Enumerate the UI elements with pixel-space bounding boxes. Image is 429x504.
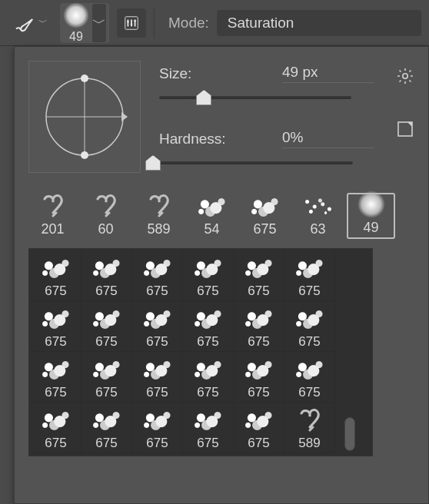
brush-label: 675 xyxy=(248,436,269,451)
brush-preview-icon xyxy=(241,254,278,282)
brush-tool-button[interactable]: ﹀ xyxy=(8,8,52,38)
svg-point-8 xyxy=(81,151,88,159)
brush-preset[interactable]: 675 xyxy=(234,403,284,453)
brush-preset[interactable]: 675 xyxy=(81,301,132,352)
brush-preview-icon xyxy=(38,406,75,434)
brush-preset[interactable]: 675 xyxy=(284,250,335,301)
hardness-slider[interactable] xyxy=(145,154,353,171)
brush-preset[interactable]: 675 xyxy=(81,352,132,403)
brush-preset[interactable]: 589 xyxy=(284,403,335,453)
svg-point-1 xyxy=(127,20,129,22)
brush-preview-icon xyxy=(38,254,75,282)
blend-mode-value: Saturation xyxy=(228,15,294,31)
brush-preset[interactable]: 675 xyxy=(234,352,284,403)
brush-preset[interactable]: 675 xyxy=(132,301,183,352)
brush-preview-icon xyxy=(88,356,125,383)
brush-preview-icon xyxy=(291,254,328,282)
brush-preset[interactable]: 675 xyxy=(132,352,183,403)
brush-preview-icon xyxy=(241,406,278,434)
brush-preset[interactable]: 675 xyxy=(31,250,81,301)
brush-preview-icon xyxy=(291,406,328,434)
scroll-thumb[interactable] xyxy=(344,417,355,451)
brush-preset[interactable]: 201 xyxy=(28,193,77,239)
slider-thumb[interactable] xyxy=(145,155,161,171)
brush-preset[interactable]: 675 xyxy=(234,250,284,301)
gear-icon[interactable] xyxy=(396,67,414,89)
brush-preset[interactable]: 54 xyxy=(188,193,236,239)
brush-preset[interactable]: 589 xyxy=(135,193,183,239)
size-value[interactable]: 49 px xyxy=(282,64,374,83)
brush-preset[interactable]: 675 xyxy=(31,301,81,352)
brush-label: 675 xyxy=(197,284,218,299)
brush-label: 675 xyxy=(45,436,66,451)
brush-preview-icon xyxy=(141,192,178,220)
brush-preview-icon xyxy=(139,406,176,434)
svg-point-10 xyxy=(403,74,407,78)
brush-preset[interactable]: 675 xyxy=(183,403,234,453)
brush-preset-dropdown[interactable]: 49 ﹀ xyxy=(60,3,109,43)
brush-label: 675 xyxy=(298,385,320,400)
new-preset-icon[interactable] xyxy=(396,120,414,142)
brush-preset[interactable]: 63 xyxy=(294,193,342,239)
brush-label: 589 xyxy=(147,221,170,237)
size-slider[interactable] xyxy=(159,89,351,106)
brush-label: 675 xyxy=(146,334,168,350)
brush-preset[interactable]: 675 xyxy=(234,301,284,352)
blend-mode-dropdown[interactable]: Saturation xyxy=(217,10,421,36)
brush-preset[interactable]: 675 xyxy=(284,352,335,403)
brush-label: 675 xyxy=(298,334,320,350)
brush-label: 675 xyxy=(95,334,117,350)
mode-label: Mode: xyxy=(168,15,209,32)
brush-preset[interactable]: 675 xyxy=(132,403,183,453)
brush-preset-panel: Size: 49 px Hardness: 0% xyxy=(14,46,429,504)
brush-preset[interactable]: 675 xyxy=(284,301,335,352)
size-control: Size: 49 px xyxy=(159,64,377,106)
brush-label: 675 xyxy=(45,385,66,400)
brush-preset[interactable]: 60 xyxy=(81,193,130,239)
hardness-value[interactable]: 0% xyxy=(282,129,374,148)
brush-preview-icon xyxy=(139,356,176,383)
brush-preset[interactable]: 675 xyxy=(81,250,132,301)
brush-size-display: 49 xyxy=(69,30,83,44)
brush-preview-icon xyxy=(88,305,125,333)
brush-label: 60 xyxy=(98,221,113,237)
brush-preview-icon xyxy=(88,254,125,282)
separator xyxy=(154,8,155,38)
brush-label: 675 xyxy=(45,284,66,299)
brush-label: 675 xyxy=(248,334,269,350)
brush-label: 49 xyxy=(363,220,378,236)
brush-preview-icon xyxy=(190,356,227,383)
brush-preset[interactable]: 675 xyxy=(183,352,234,403)
svg-point-3 xyxy=(134,19,136,22)
brush-label: 54 xyxy=(204,221,219,237)
brush-label: 675 xyxy=(95,284,117,299)
size-label: Size: xyxy=(159,65,236,82)
brush-label: 675 xyxy=(95,385,117,400)
brush-preset[interactable]: 675 xyxy=(241,193,289,239)
brush-label: 675 xyxy=(197,334,218,350)
chevron-down-icon[interactable]: ﹀ xyxy=(92,4,106,42)
brush-preset[interactable]: 675 xyxy=(183,301,234,352)
slider-thumb[interactable] xyxy=(196,90,211,105)
brush-preset[interactable]: 49 xyxy=(347,193,395,239)
svg-point-7 xyxy=(81,75,88,82)
brush-preset[interactable]: 675 xyxy=(183,250,234,301)
brush-preview-icon xyxy=(38,356,75,383)
brush-label: 675 xyxy=(146,385,168,400)
scrollbar[interactable] xyxy=(335,250,364,454)
brush-preview-icon xyxy=(300,193,337,220)
svg-marker-9 xyxy=(121,112,128,121)
brush-label: 675 xyxy=(45,334,66,350)
brush-preset[interactable]: 675 xyxy=(31,352,81,403)
brush-preset[interactable]: 675 xyxy=(132,250,183,301)
brush-preset[interactable]: 675 xyxy=(81,403,132,453)
brush-preview-icon xyxy=(139,305,176,333)
svg-point-2 xyxy=(131,23,133,25)
brush-preset[interactable]: 675 xyxy=(31,403,81,453)
brush-angle-control[interactable] xyxy=(28,61,141,173)
brush-preview-icon xyxy=(88,192,125,220)
tool-palette-edge xyxy=(0,46,14,504)
brush-settings-button[interactable] xyxy=(117,8,146,38)
brush-preview-icon xyxy=(139,254,176,282)
brush-preview-icon xyxy=(194,193,231,220)
